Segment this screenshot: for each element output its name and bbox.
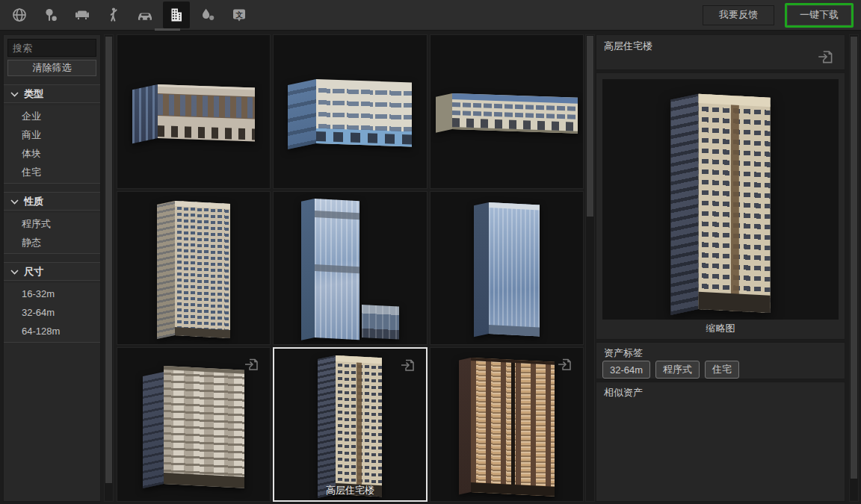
filter-section-label: 性质: [24, 195, 43, 208]
asset-tags-label: 资产标签: [604, 346, 643, 360]
filter-section-type: 类型 企业 商业 体块 住宅: [4, 84, 100, 184]
building-thumbnail-art: [459, 358, 555, 492]
filter-item-massing[interactable]: 体块: [4, 144, 100, 163]
building-thumbnail-art: [288, 79, 412, 143]
details-header-panel: 高层住宅楼: [596, 34, 845, 70]
filter-section-label: 类型: [24, 87, 43, 101]
svg-text:文: 文: [235, 10, 243, 19]
details-scrollbar[interactable]: [849, 34, 859, 502]
filter-items: 企业 商业 体块 住宅: [4, 105, 100, 184]
sofa-icon: [73, 6, 91, 24]
building-thumbnail-art: [132, 84, 255, 138]
clear-filters-button[interactable]: 清除筛选: [7, 60, 96, 76]
droplet-icon: [199, 6, 217, 24]
asset-tags-panel: 资产标签 32-64m 程序式 住宅: [596, 342, 845, 379]
tab-vegetation[interactable]: [37, 1, 64, 28]
building-thumbnail-art: [143, 366, 244, 484]
tab-water[interactable]: [194, 1, 221, 28]
filter-item-64-128m[interactable]: 64-128m: [4, 322, 100, 340]
tab-vehicle[interactable]: [132, 1, 158, 28]
filter-item-16-32m[interactable]: 16-32m: [4, 284, 100, 303]
filter-item-commercial[interactable]: 商业: [4, 125, 100, 144]
thumbnail-caption: 缩略图: [596, 322, 845, 335]
export-asset-icon[interactable]: [399, 356, 417, 374]
vegetation-icon: [42, 6, 60, 24]
export-asset-icon[interactable]: [816, 47, 836, 66]
chevron-down-icon: [10, 88, 19, 99]
asset-grid: 高层住宅楼: [117, 34, 584, 502]
chevron-down-icon: [10, 196, 19, 207]
building-thumbnail-art: [318, 355, 382, 494]
tab-globe[interactable]: [6, 1, 33, 28]
filter-section-size: 尺寸 16-32m 32-64m 64-128m: [4, 262, 100, 343]
toolbar: 文 我要反馈 一键下载: [0, 0, 861, 31]
tag-chip-residential[interactable]: 住宅: [705, 361, 739, 379]
filter-section-header-size[interactable]: 尺寸: [4, 262, 100, 281]
filter-item-32-64m[interactable]: 32-64m: [4, 303, 100, 322]
filter-item-residential[interactable]: 住宅: [4, 163, 100, 181]
tab-building[interactable]: [163, 1, 190, 28]
toolbar-actions: 我要反馈 一键下载: [703, 3, 861, 28]
tag-chip-procedural[interactable]: 程序式: [655, 361, 700, 379]
export-asset-icon[interactable]: [243, 355, 261, 373]
preview-image: [602, 79, 839, 320]
asset-cell-white-block[interactable]: [273, 34, 427, 189]
asset-tags-list: 32-64m 程序式 住宅: [602, 361, 739, 379]
filter-section-header-nature[interactable]: 性质: [4, 192, 100, 211]
building-thumbnail-art: [474, 202, 540, 334]
building-preview-art: [670, 94, 770, 309]
asset-cell-industrial-hall[interactable]: [430, 34, 584, 189]
one-click-download-button[interactable]: 一键下载: [787, 5, 851, 25]
search-input[interactable]: [7, 39, 96, 57]
sign-icon: 文: [230, 6, 248, 24]
category-tabs: 文: [0, 1, 253, 28]
filter-items: 16-32m 32-64m 64-128m: [4, 283, 100, 343]
tag-chip-size[interactable]: 32-64m: [602, 361, 650, 379]
filter-section-label: 尺寸: [24, 265, 43, 279]
feedback-button[interactable]: 我要反馈: [703, 5, 774, 25]
building-thumbnail-art: [157, 201, 230, 335]
asset-cell-glass-tower[interactable]: [430, 191, 584, 346]
globe-icon: [10, 6, 28, 24]
sidebar-scrollbar[interactable]: [104, 34, 114, 502]
sidebar-scrollbar-thumb[interactable]: [105, 37, 112, 483]
asset-cell-office-midrise[interactable]: [117, 34, 271, 189]
asset-cell-glass-tower-podium[interactable]: [273, 191, 427, 346]
details-scrollbar-thumb[interactable]: [851, 37, 857, 479]
asset-cell-stone-tower[interactable]: [117, 191, 271, 346]
details-title: 高层住宅楼: [604, 40, 652, 53]
filter-sidebar: 清除筛选 类型 企业 商业 体块 住宅 性质 程序式 静态 尺寸 16-32m: [3, 34, 101, 502]
splitter-grip[interactable]: [155, 28, 180, 31]
car-icon: [135, 6, 155, 24]
building-thumbnail-art: [301, 199, 399, 337]
download-highlight-frame: 一键下载: [785, 3, 854, 28]
filter-item-procedural[interactable]: 程序式: [4, 214, 100, 233]
filter-section-nature: 性质 程序式 静态: [4, 192, 100, 254]
building-thumbnail-art: [436, 93, 578, 129]
similar-assets-label: 相似资产: [604, 386, 643, 399]
asset-cell-highrise-residential[interactable]: 高层住宅楼: [273, 347, 427, 502]
export-asset-icon[interactable]: [556, 355, 574, 373]
grid-scrollbar-thumb[interactable]: [587, 36, 593, 217]
grid-scrollbar[interactable]: [585, 34, 595, 502]
tab-character[interactable]: [100, 1, 127, 28]
chevron-down-icon: [10, 266, 19, 277]
tab-sign[interactable]: 文: [226, 1, 253, 28]
filter-item-static[interactable]: 静态: [4, 233, 100, 252]
building-icon: [167, 6, 185, 24]
similar-assets-panel: 相似资产: [596, 382, 845, 502]
filter-items: 程序式 静态: [4, 213, 100, 254]
filter-section-header-type[interactable]: 类型: [4, 84, 100, 103]
filter-item-enterprise[interactable]: 企业: [4, 107, 100, 125]
person-icon: [105, 6, 123, 24]
preview-panel: 缩略图: [596, 72, 845, 340]
asset-cell-twin-towers[interactable]: [430, 347, 584, 502]
tab-props[interactable]: [69, 1, 96, 28]
asset-cell-residential-slab[interactable]: [117, 347, 271, 502]
